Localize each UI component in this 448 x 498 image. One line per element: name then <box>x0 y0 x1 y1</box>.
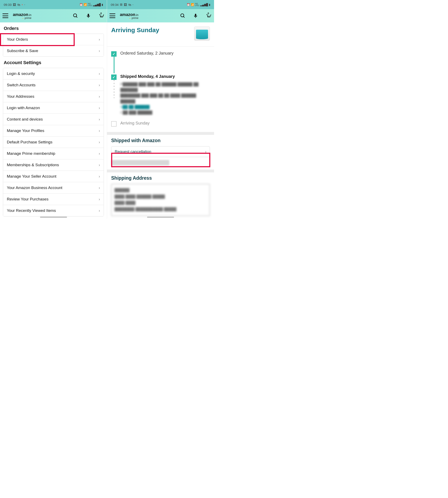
chevron-right-icon: › <box>99 197 100 201</box>
volte-icon: Vo)LTE1 <box>195 3 199 6</box>
status-icon: 🖼 <box>13 3 16 6</box>
svg-line-1 <box>76 17 77 17</box>
subscribe-save-row[interactable]: Subscribe & Save › <box>3 45 104 56</box>
alarm-icon: ⏰ <box>80 3 83 6</box>
logo-suffix: .in <box>28 13 31 17</box>
step-arriving-box-icon <box>111 121 117 127</box>
section-divider <box>107 169 214 172</box>
status-icon: 🛍 <box>17 3 20 6</box>
list-item-label: Memberships & Subscriptions <box>7 163 59 167</box>
svg-rect-2 <box>88 14 89 17</box>
switch-accounts-row[interactable]: Switch Accounts› <box>3 79 104 91</box>
chevron-right-icon: › <box>205 149 206 154</box>
shipping-address-heading: Shipping Address <box>111 175 210 181</box>
chevron-right-icon: › <box>99 94 100 99</box>
account-settings-heading: Account Settings <box>0 57 107 68</box>
chevron-right-icon: › <box>99 83 100 87</box>
cart-count: 0 <box>100 12 102 15</box>
list-item-label: Review Your Purchases <box>7 197 48 201</box>
status-icon: ⭒ <box>22 3 23 6</box>
step-shipped-check-icon: ✓ <box>111 74 117 80</box>
nav-pill <box>147 217 174 218</box>
content-devices-row[interactable]: Content and devices› <box>3 114 104 125</box>
chevron-right-icon: › <box>99 140 100 144</box>
search-icon[interactable] <box>180 13 186 19</box>
logo-suffix: .in <box>135 13 138 17</box>
shipping-address-blurred: ██████ ████ ████ ██████ █████ ████ ████ … <box>111 184 210 216</box>
manage-profiles-row[interactable]: Manage Your Profiles› <box>3 125 104 136</box>
step-ordered-label: Ordered Saturday, 2 January <box>120 51 173 56</box>
chevron-right-icon: › <box>99 163 100 167</box>
list-item-label: Content and devices <box>7 117 43 122</box>
list-item-label: Login with Amazon <box>7 106 40 110</box>
chevron-right-icon: › <box>99 174 100 179</box>
list-item-label: Subscribe & Save <box>7 49 38 53</box>
clock-time: 09:34 <box>111 3 119 6</box>
shipping-detail-blurred: P██████ ███ ███ ██ ██████ ██████ ██ ████… <box>120 82 210 115</box>
menu-icon[interactable] <box>110 14 115 18</box>
app-bar: amazon.in ⌣ prime 0 <box>107 9 214 22</box>
account-settings-list: Login & security› Switch Accounts› Your … <box>3 68 104 216</box>
chevron-right-icon: › <box>99 106 100 110</box>
amazon-logo[interactable]: amazon.in ⌣ prime <box>13 13 31 19</box>
chevron-right-icon: › <box>99 117 100 122</box>
list-item-label: Manage Prime membership <box>7 151 55 156</box>
orders-heading: Orders <box>0 22 107 33</box>
wifi-icon: 📶 <box>84 3 87 6</box>
wifi-icon: 📶 <box>191 3 194 6</box>
mic-icon[interactable] <box>192 13 199 19</box>
list-item-label: Switch Accounts <box>7 83 35 87</box>
manage-prime-row[interactable]: Manage Prime membership› <box>3 148 104 159</box>
cart-icon[interactable]: 0 <box>98 13 104 19</box>
svg-point-4 <box>181 14 184 17</box>
cancel-label: Request cancellation <box>115 149 151 154</box>
chevron-right-icon: › <box>99 209 100 213</box>
volte-icon: Vo)LTE1 <box>88 3 92 6</box>
svg-rect-6 <box>195 14 196 17</box>
chevron-right-icon: › <box>99 129 100 133</box>
seller-account-row[interactable]: Manage Your Seller Account› <box>3 171 104 182</box>
login-with-amazon-row[interactable]: Login with Amazon› <box>3 102 104 114</box>
memberships-subs-row[interactable]: Memberships & Subscriptions› <box>3 159 104 171</box>
orders-list: Your Orders › Subscribe & Save › <box>3 33 104 57</box>
tracking-timeline: ✓ Ordered Saturday, 2 January ✓ Shipped … <box>107 48 214 132</box>
step-arriving-label: Arriving Sunday <box>120 121 150 126</box>
request-cancellation-button[interactable]: Request cancellation › <box>111 146 210 157</box>
default-purchase-row[interactable]: Default Purchase Settings› <box>3 136 104 148</box>
list-item-label: Your Addresses <box>7 94 34 99</box>
list-item-label: Your Orders <box>7 37 28 42</box>
alarm-icon: ⏰ <box>187 3 190 6</box>
signal-icon: ▂▄▆█ <box>93 3 101 6</box>
login-security-row[interactable]: Login & security› <box>3 68 104 79</box>
tracking-id-blurred <box>111 160 169 165</box>
mic-icon[interactable] <box>85 13 92 19</box>
list-item-label: Your Amazon Business Account <box>7 185 63 190</box>
step-ordered-check-icon: ✓ <box>111 51 117 57</box>
section-divider <box>107 132 214 135</box>
clock-time: 09:33 <box>4 3 12 6</box>
signal-icon: ▂▄▆█ <box>200 3 208 6</box>
list-item-label: Default Purchase Settings <box>7 140 52 144</box>
app-bar: amazon.in ⌣ prime 0 <box>0 9 107 22</box>
logo-brand: amazon <box>13 12 28 17</box>
step-shipped-label: Shipped Monday, 4 January <box>120 74 175 79</box>
list-item-label: Login & security <box>7 71 35 76</box>
review-purchases-row[interactable]: Review Your Purchases› <box>3 193 104 205</box>
list-item-label: Your Recently Viewed Items <box>7 208 56 213</box>
battery-icon: ▮ <box>102 3 103 6</box>
cart-icon[interactable]: 0 <box>205 13 211 19</box>
business-account-row[interactable]: Your Amazon Business Account› <box>3 182 104 193</box>
product-thumbnail[interactable] <box>194 27 210 41</box>
recently-viewed-row[interactable]: Your Recently Viewed Items› <box>3 205 104 216</box>
search-icon[interactable] <box>72 13 79 19</box>
your-addresses-row[interactable]: Your Addresses› <box>3 91 104 102</box>
svg-line-5 <box>183 17 184 17</box>
your-orders-row[interactable]: Your Orders › <box>3 34 104 45</box>
nav-pill <box>40 217 67 218</box>
svg-point-0 <box>73 14 77 17</box>
logo-sub: prime <box>25 17 32 19</box>
chevron-right-icon: › <box>99 72 100 76</box>
chevron-right-icon: › <box>99 49 100 53</box>
menu-icon[interactable] <box>2 14 8 18</box>
amazon-logo[interactable]: amazon.in ⌣ prime <box>120 13 138 19</box>
